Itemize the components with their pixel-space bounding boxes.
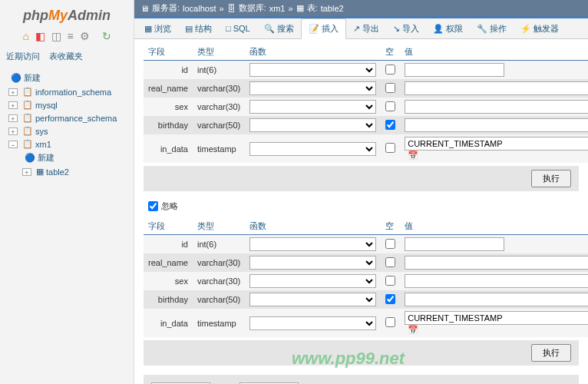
tab-import[interactable]: ↘导入 [386, 18, 426, 38]
value-input[interactable] [405, 137, 588, 151]
ignore-checkbox[interactable] [148, 201, 158, 211]
field-name: in_data [144, 309, 193, 337]
tree-db[interactable]: +📋sys [2, 124, 131, 137]
null-checkbox[interactable] [385, 101, 395, 111]
sidebar: phpMyAdmin ⌂ ◧ ◫ ≡ ⚙ ↻ 近期访问 表收藏夹 🔵 新建 +📋… [0, 0, 134, 384]
logo: phpMyAdmin [0, 4, 134, 28]
browse-icon: ▦ [144, 24, 152, 34]
recent-link[interactable]: 近期访问 [6, 51, 40, 61]
collapse-icon[interactable]: − [8, 141, 18, 148]
expand-icon[interactable]: + [8, 114, 18, 122]
tree-new-table[interactable]: 🔵新建 [16, 151, 131, 165]
main: 🖥 服务器: localhost » 🗄 数据库: xm1 » ▦ 表: tab… [134, 0, 588, 384]
home-icon[interactable]: ⌂ [22, 30, 28, 42]
tab-structure[interactable]: ▤结构 [178, 18, 219, 38]
expand-icon[interactable]: + [8, 127, 18, 135]
function-select[interactable] [249, 274, 376, 288]
null-checkbox[interactable] [385, 257, 395, 267]
tree-db[interactable]: +📋performance_schema [2, 111, 131, 124]
db-icon: 📋 [22, 126, 33, 136]
exit-icon[interactable]: ◧ [35, 30, 45, 42]
ignore-row: 忽略 [144, 197, 579, 215]
null-checkbox[interactable] [385, 317, 395, 327]
null-checkbox[interactable] [385, 294, 395, 304]
tab-insert[interactable]: 📝插入 [301, 18, 346, 39]
insert-row: birthdayvarchar(50) [144, 116, 588, 134]
tab-export[interactable]: ↗导出 [346, 18, 386, 38]
db-icon: 📋 [22, 139, 33, 149]
tree-db-xm1[interactable]: −📋xm1 [2, 137, 131, 151]
ignore-label: 忽略 [161, 200, 178, 212]
tab-search[interactable]: 🔍搜索 [257, 18, 301, 38]
tab-browse[interactable]: ▦浏览 [137, 18, 178, 38]
tree-db[interactable]: +📋information_schema [2, 85, 131, 98]
calendar-icon[interactable]: 📅 [408, 151, 418, 160]
field-type: varchar(30) [193, 98, 245, 116]
value-input[interactable] [405, 256, 588, 270]
insert-options: 以新行插入 然后 返回上一页 [144, 375, 579, 384]
server-icon: 🖥 [140, 4, 149, 13]
db-icon: 📋 [22, 100, 33, 110]
insert-row: in_datatimestamp📅 [144, 309, 588, 337]
breadcrumb-server[interactable]: localhost [183, 4, 216, 13]
breadcrumb-db[interactable]: xm1 [269, 4, 286, 13]
sidebar-subnav: 近期访问 表收藏夹 [0, 48, 134, 65]
tree-db[interactable]: +📋mysql [2, 98, 131, 111]
value-input[interactable] [405, 293, 588, 306]
expand-icon[interactable]: + [22, 168, 31, 176]
null-checkbox[interactable] [385, 83, 395, 93]
value-input[interactable] [405, 118, 588, 132]
value-input[interactable] [405, 63, 504, 77]
docs-icon[interactable]: ≡ [68, 30, 74, 42]
value-input[interactable] [405, 81, 588, 95]
value-input[interactable] [405, 311, 588, 325]
null-checkbox[interactable] [385, 276, 395, 286]
null-checkbox[interactable] [385, 120, 395, 130]
search-icon: 🔍 [264, 24, 275, 34]
value-input[interactable] [405, 237, 504, 251]
refresh-icon[interactable]: ↻ [102, 30, 111, 42]
function-select[interactable] [249, 142, 376, 156]
field-name: birthday [144, 290, 193, 309]
function-select[interactable] [249, 118, 376, 132]
field-name: id [144, 235, 193, 254]
go-button[interactable]: 执行 [531, 170, 571, 187]
tab-triggers[interactable]: ⚡触发器 [514, 18, 566, 38]
expand-icon[interactable]: + [8, 101, 18, 109]
value-input[interactable] [405, 274, 588, 288]
new-icon: 🔵 [11, 73, 21, 83]
function-select[interactable] [249, 100, 376, 114]
breadcrumb-table[interactable]: table2 [321, 4, 344, 13]
import-icon: ↘ [393, 24, 400, 34]
tab-privileges[interactable]: 👤权限 [426, 18, 470, 38]
gear-icon[interactable]: ⚙ [80, 30, 90, 42]
insert-row: real_namevarchar(30) [144, 79, 588, 98]
function-select[interactable] [249, 256, 376, 270]
favorites-link[interactable]: 表收藏夹 [49, 51, 83, 61]
sql-icon[interactable]: ◫ [51, 30, 61, 42]
null-checkbox[interactable] [385, 65, 395, 74]
tree-table2[interactable]: +▦table2 [16, 165, 131, 178]
go-row: 执行 [144, 340, 579, 366]
go-button[interactable]: 执行 [531, 344, 571, 362]
null-checkbox[interactable] [385, 143, 395, 153]
tree-new[interactable]: 🔵 新建 [2, 71, 131, 85]
insert-table: 字段类型函数空值idint(6)real_namevarchar(30)sexv… [144, 44, 588, 163]
tab-sql[interactable]: □SQL [219, 18, 257, 38]
function-select[interactable] [249, 316, 376, 330]
field-name: real_name [144, 253, 193, 272]
null-checkbox[interactable] [385, 239, 395, 249]
tab-operations[interactable]: 🔧操作 [470, 18, 514, 38]
expand-icon[interactable]: + [8, 88, 18, 96]
insert-row: idint(6) [144, 235, 588, 254]
field-type: timestamp [193, 134, 245, 163]
function-select[interactable] [249, 237, 376, 251]
function-select[interactable] [249, 293, 376, 306]
function-select[interactable] [249, 63, 376, 77]
value-input[interactable] [405, 100, 588, 114]
field-name: in_data [144, 134, 193, 163]
function-select[interactable] [249, 81, 376, 95]
calendar-icon[interactable]: 📅 [408, 325, 418, 334]
new-icon: 🔵 [25, 153, 35, 163]
insert-row: real_namevarchar(30) [144, 253, 588, 272]
